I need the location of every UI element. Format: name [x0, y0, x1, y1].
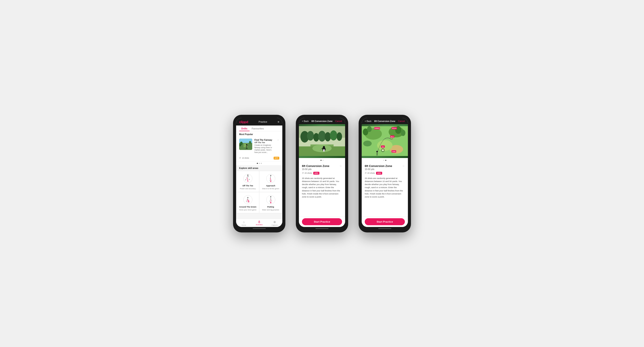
dot-3	[261, 163, 262, 164]
tabs-bar: Drills Favourites	[236, 126, 282, 131]
detail2-drill-title: 6ft Conversion Zone	[302, 164, 330, 168]
svg-point-40	[270, 202, 271, 203]
shots-label-2: 20 shots	[304, 172, 312, 174]
svg-point-73	[363, 141, 372, 146]
detail2-shots: ⏱ 20 shots	[302, 172, 312, 174]
svg-point-28	[271, 180, 272, 181]
nav-title: Practice	[258, 121, 267, 123]
drill-title: Find The Fairway	[254, 139, 275, 141]
skill-card-ott[interactable]: Off The Tee Power and accuracy	[236, 171, 259, 192]
drill-footer: ⏱ 10 shots OTT	[236, 156, 282, 162]
capture-icon: ⊕	[274, 220, 276, 224]
start-practice-button-2[interactable]: Start Practice	[302, 218, 342, 225]
activities-label: Activities	[256, 224, 263, 226]
capture-label: Capture	[272, 224, 278, 226]
cancel-button-2[interactable]: Cancel	[335, 120, 342, 122]
svg-line-25	[270, 176, 271, 178]
detail3-shots: ⏱ 20 shots	[365, 172, 375, 174]
back-button-3[interactable]: < Back	[365, 120, 372, 122]
home-label: Home	[242, 224, 246, 226]
svg-point-50	[324, 132, 331, 141]
tab-favourites[interactable]: Favourites	[250, 126, 266, 131]
most-popular-label: Most Popular	[236, 131, 282, 136]
approach-desc: Dial-in to hit the green	[262, 188, 279, 190]
detail3-footer: Start Practice	[362, 216, 408, 227]
putting-icon	[266, 194, 276, 205]
detail3-body: 6ft Conversion Zone 10-50 yds ☆ ⏱ 20 sho…	[362, 162, 408, 201]
ott-icon	[243, 173, 253, 184]
detail2-range: 10-50 yds	[302, 168, 330, 170]
home-bar-1	[253, 228, 266, 229]
detail3-star[interactable]: ☆	[402, 164, 405, 168]
dot3-1	[383, 160, 384, 161]
drill-info: Find The Fairway Off The Tee Create an i…	[254, 139, 275, 154]
shots-label-3: 20 shots	[367, 172, 375, 174]
atg-icon	[243, 194, 253, 205]
featured-drill-item[interactable]: Find The Fairway Off The Tee Create an i…	[236, 136, 282, 156]
detail2-content: 6ft Conversion Zone 10-50 yds ☆ ⏱ 20 sho…	[299, 124, 345, 216]
drill-star[interactable]: ☆	[277, 139, 279, 141]
explore-label: Explore skill areas	[236, 165, 282, 171]
putting-desc: Make and lag practice	[262, 209, 279, 211]
svg-point-14	[248, 175, 248, 175]
svg-point-55	[312, 144, 332, 152]
drill-photo-svg	[299, 124, 345, 158]
clock-icon-2: ⏱	[302, 172, 304, 174]
start-practice-button-3[interactable]: Start Practice	[365, 218, 405, 225]
menu-icon[interactable]: ≡	[278, 120, 279, 124]
svg-point-31	[248, 197, 248, 198]
drill-map: Miss Hit FAIRWAY ROUGH	[362, 124, 408, 158]
svg-point-81	[382, 150, 384, 151]
activities-svg	[258, 220, 261, 223]
svg-point-41	[270, 201, 270, 202]
ott-name: Off The Tee	[242, 185, 253, 187]
detail3-header: < Back 6ft Conversion Zone Cancel	[362, 118, 408, 124]
home-bar-3	[378, 228, 391, 229]
svg-point-49	[318, 131, 326, 141]
detail3-meta: ⏱ 20 shots ARG	[365, 172, 405, 175]
activities-icon	[258, 220, 261, 223]
svg-point-70	[401, 130, 405, 136]
dot2-2	[322, 160, 324, 161]
tab-drills[interactable]: Drills	[239, 126, 250, 131]
svg-point-68	[367, 126, 372, 132]
svg-point-47	[307, 131, 314, 141]
detail2-tag: ARG	[313, 172, 320, 175]
phone2: < Back 6ft Conversion Zone Cancel	[296, 115, 348, 232]
detail3-content: Miss Hit FAIRWAY ROUGH	[362, 124, 408, 216]
phone3-screen: < Back 6ft Conversion Zone Cancel	[362, 118, 408, 227]
svg-point-34	[246, 201, 247, 202]
skill-card-atg[interactable]: Around The Green Hone your short game	[236, 192, 259, 213]
cancel-button-3[interactable]: Cancel	[398, 120, 405, 122]
skill-card-putting[interactable]: Putting Make and lag practice	[260, 192, 282, 213]
ott-tag: OTT	[274, 157, 279, 160]
approach-icon	[266, 173, 276, 184]
thumbnail-svg	[239, 139, 252, 150]
drill-photo	[299, 124, 345, 158]
svg-point-26	[270, 181, 271, 182]
svg-point-51	[330, 130, 337, 140]
detail2-star[interactable]: ☆	[340, 164, 342, 168]
approach-name: Approach	[266, 185, 275, 187]
phone1-header: clippd Practice ≡	[236, 118, 282, 126]
putting-name: Putting	[267, 206, 274, 208]
phone2-screen: < Back 6ft Conversion Zone Cancel	[299, 118, 345, 227]
bottom-nav: ⌂ Home Activities ⊕ Capture	[236, 219, 282, 227]
ott-desc: Power and accuracy	[240, 188, 256, 190]
back-button-2[interactable]: < Back	[302, 120, 309, 122]
atg-name: Around The Green	[239, 206, 256, 208]
skill-grid: Off The Tee Power and accuracy	[236, 171, 282, 213]
skill-card-approach[interactable]: Approach Dial-in to hit the green	[260, 171, 282, 192]
svg-line-16	[248, 175, 249, 177]
nav-home[interactable]: ⌂ Home	[236, 220, 252, 226]
nav-activities[interactable]: Activities	[252, 220, 267, 226]
clock-icon: ⏱	[239, 157, 241, 159]
svg-text:FAIRWAY: FAIRWAY	[374, 128, 380, 129]
svg-point-35	[247, 200, 248, 202]
drill-thumbnail-img	[239, 139, 252, 150]
detail3-drill-title: 6ft Conversion Zone	[365, 164, 392, 168]
svg-point-43	[259, 221, 260, 222]
detail2-header: < Back 6ft Conversion Zone Cancel	[299, 118, 345, 124]
nav-capture[interactable]: ⊕ Capture	[267, 220, 282, 226]
dot3-2	[385, 160, 386, 161]
